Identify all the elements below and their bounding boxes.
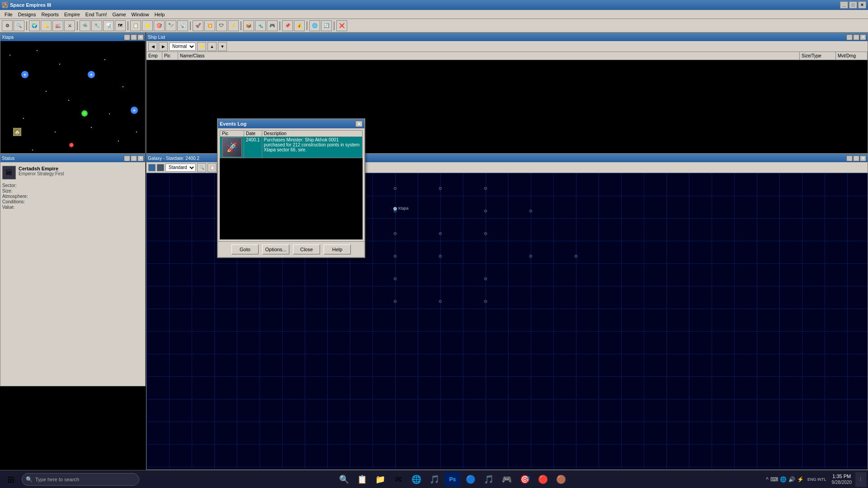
menu-window[interactable]: Window bbox=[129, 11, 152, 18]
toolbar-btn-23[interactable]: 📌 bbox=[282, 20, 293, 31]
galaxy-system-dot-21[interactable] bbox=[394, 187, 396, 190]
ship-list-btn-1[interactable]: ◀ bbox=[148, 42, 157, 51]
volume-icon[interactable]: 🔊 bbox=[788, 476, 795, 483]
galaxy-system-dot-23[interactable] bbox=[484, 187, 487, 190]
taskbar-app-explorer[interactable]: 📁 bbox=[372, 472, 388, 487]
galaxy-system-dot-31[interactable] bbox=[439, 255, 442, 258]
toolbar-btn-12[interactable]: ⭐ bbox=[142, 20, 153, 31]
status-restore[interactable]: □ bbox=[131, 155, 137, 161]
galaxy-system-dot-35[interactable] bbox=[484, 277, 487, 280]
galaxy-maximize[interactable]: □ bbox=[853, 155, 859, 161]
events-empty-area[interactable] bbox=[220, 158, 363, 239]
menu-empire[interactable]: Empire bbox=[61, 11, 83, 18]
taskbar-app-app2[interactable]: 🟤 bbox=[553, 472, 569, 487]
search-bar[interactable]: 🔍 Type here to search bbox=[22, 473, 139, 486]
network-icon[interactable]: 🌐 bbox=[780, 476, 787, 483]
menu-designs[interactable]: Designs bbox=[15, 11, 39, 18]
toolbar-btn-13[interactable]: 🎯 bbox=[154, 20, 165, 31]
help-button[interactable]: Help bbox=[324, 244, 351, 254]
xtapa-close[interactable]: ✕ bbox=[137, 34, 144, 40]
toolbar-btn-11[interactable]: 📋 bbox=[130, 20, 141, 31]
toolbar-btn-8[interactable]: 🔧 bbox=[91, 20, 102, 31]
toolbar-btn-17[interactable]: 💥 bbox=[204, 20, 215, 31]
galaxy-system-dot-28[interactable] bbox=[439, 232, 442, 235]
toolbar-btn-1[interactable]: ⚙ bbox=[2, 20, 13, 31]
status-minimize[interactable]: _ bbox=[124, 155, 130, 161]
galaxy-system-dot-33[interactable] bbox=[575, 255, 577, 258]
toolbar-btn-27[interactable]: ❌ bbox=[336, 20, 347, 31]
ship-list-btn-4[interactable]: ▲ bbox=[208, 42, 217, 51]
status-close[interactable]: ✕ bbox=[137, 155, 144, 161]
taskbar-app-edge[interactable]: 🌐 bbox=[408, 472, 425, 487]
taskbar-app-music[interactable]: 🎵 bbox=[426, 472, 443, 487]
event-row-1[interactable]: 🚀 2400.1 Purchases Minister: Ship Akhok … bbox=[220, 137, 363, 158]
chevron-icon[interactable]: ^ bbox=[766, 476, 769, 483]
menu-reports[interactable]: Reports bbox=[38, 11, 61, 18]
toolbar-btn-22[interactable]: 🎮 bbox=[267, 20, 278, 31]
xtapa-map[interactable]: + + + 🏠 bbox=[0, 41, 145, 153]
keyboard-icon[interactable]: ⌨ bbox=[770, 476, 778, 483]
menu-help[interactable]: Help bbox=[152, 11, 168, 18]
toolbar-btn-20[interactable]: 📦 bbox=[243, 20, 254, 31]
galaxy-system-dot-29[interactable] bbox=[484, 232, 487, 235]
toolbar-btn-5[interactable]: 🏭 bbox=[52, 20, 63, 31]
toolbar-btn-18[interactable]: 🛡 bbox=[216, 20, 227, 31]
galaxy-system-dot-37[interactable] bbox=[439, 300, 442, 303]
ship-list-btn-5[interactable]: ▼ bbox=[218, 42, 227, 51]
toolbar-btn-10[interactable]: 🗺 bbox=[115, 20, 126, 31]
toolbar-btn-4[interactable]: 💫 bbox=[41, 20, 52, 31]
galaxy-system-dot-32[interactable] bbox=[529, 255, 532, 258]
taskbar-app-chrome[interactable]: 🔵 bbox=[462, 472, 479, 487]
menu-game[interactable]: Game bbox=[110, 11, 129, 18]
toolbar-btn-26[interactable]: 🔄 bbox=[321, 20, 332, 31]
toolbar-btn-14[interactable]: 🔭 bbox=[165, 20, 176, 31]
galaxy-minimize[interactable]: _ bbox=[846, 155, 853, 161]
options-button[interactable]: Options... bbox=[262, 244, 289, 254]
taskbar-clock[interactable]: 1:35 PM 9/28/2020 bbox=[832, 473, 852, 485]
galaxy-close[interactable]: ✕ bbox=[860, 155, 866, 161]
galaxy-system-dot-27[interactable] bbox=[394, 232, 396, 235]
taskbar-app-cortana[interactable]: 📋 bbox=[354, 472, 370, 487]
toolbar-btn-6[interactable]: ⚔ bbox=[64, 20, 75, 31]
start-button[interactable]: ⊞ bbox=[2, 472, 20, 487]
maximize-button[interactable]: □ bbox=[849, 1, 857, 9]
galaxy-system-dot-38[interactable] bbox=[484, 300, 487, 303]
ship-list-btn-2[interactable]: ▶ bbox=[159, 42, 168, 51]
menu-file[interactable]: File bbox=[2, 11, 15, 18]
toolbar-btn-3[interactable]: 🌍 bbox=[29, 20, 40, 31]
taskbar-app-app1[interactable]: 🔴 bbox=[535, 472, 551, 487]
taskbar-app-steam[interactable]: 🎯 bbox=[517, 472, 533, 487]
taskbar-app-game[interactable]: 🎮 bbox=[499, 472, 515, 487]
ship-list-minimize[interactable]: _ bbox=[846, 34, 853, 40]
taskbar-app-mail[interactable]: ✉ bbox=[390, 472, 406, 487]
galaxy-system-dot-34[interactable] bbox=[394, 277, 396, 280]
events-dialog-close-icon[interactable]: ✕ bbox=[355, 121, 363, 127]
toolbar-btn-16[interactable]: 🚀 bbox=[193, 20, 203, 31]
menu-end-turn[interactable]: End Turn! bbox=[83, 11, 110, 18]
galaxy-system-dot-30[interactable] bbox=[394, 255, 396, 258]
galaxy-btn-color[interactable] bbox=[148, 164, 156, 171]
toolbar-btn-19[interactable]: ⚡ bbox=[228, 20, 239, 31]
xtapa-galaxy-marker[interactable]: Xtapa bbox=[393, 207, 397, 211]
taskbar-app-spotify[interactable]: 🎵 bbox=[481, 472, 497, 487]
galaxy-search-btn[interactable]: 🔍 bbox=[197, 163, 206, 172]
minimize-button[interactable]: _ bbox=[840, 1, 848, 9]
toolbar-btn-9[interactable]: 📊 bbox=[103, 20, 114, 31]
galaxy-btn-2[interactable] bbox=[157, 164, 164, 171]
toolbar-btn-25[interactable]: 🌐 bbox=[309, 20, 320, 31]
close-dialog-button[interactable]: Close bbox=[293, 244, 320, 254]
taskbar-app-ps[interactable]: Ps bbox=[444, 472, 461, 487]
galaxy-filter-btn[interactable]: 📋 bbox=[208, 163, 217, 172]
galaxy-system-dot-36[interactable] bbox=[394, 300, 396, 303]
toolbar-btn-7[interactable]: 🛸 bbox=[80, 20, 90, 31]
xtapa-maximize[interactable]: □ bbox=[131, 34, 137, 40]
toolbar-btn-24[interactable]: 💰 bbox=[294, 20, 305, 31]
galaxy-system-dot-22[interactable] bbox=[439, 187, 442, 190]
ship-list-dropdown[interactable]: Normal bbox=[169, 42, 196, 51]
taskbar-app-search[interactable]: 🔍 bbox=[336, 472, 352, 487]
toolbar-btn-2[interactable]: 🔍 bbox=[14, 20, 24, 31]
ship-list-close[interactable]: ✕ bbox=[860, 34, 866, 40]
xtapa-minimize[interactable]: _ bbox=[124, 34, 130, 40]
toolbar-btn-15[interactable]: 📡 bbox=[177, 20, 188, 31]
galaxy-system-dot-25[interactable] bbox=[484, 210, 487, 212]
